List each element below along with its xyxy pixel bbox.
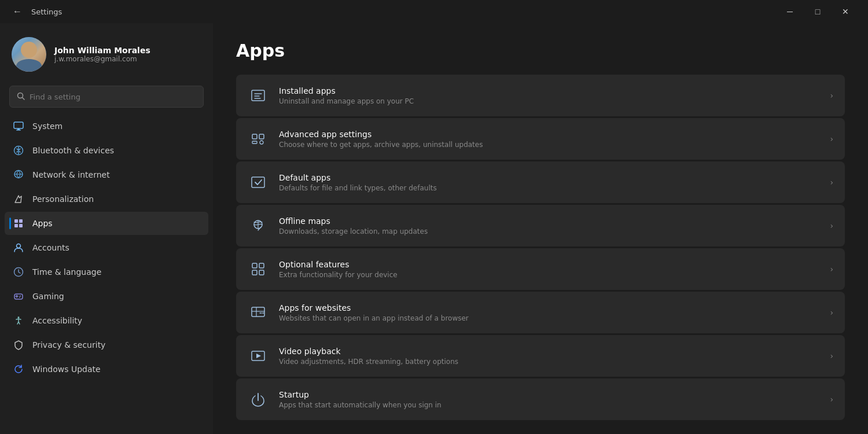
settings-item-video-playback[interactable]: Video playback Video adjustments, HDR st… bbox=[236, 335, 845, 377]
settings-item-advanced-app-settings[interactable]: Advanced app settings Choose where to ge… bbox=[236, 118, 845, 160]
video-playback-chevron: › bbox=[830, 351, 833, 361]
avatar-image bbox=[12, 37, 46, 72]
apps-for-websites-desc: Websites that can open in an app instead… bbox=[279, 314, 830, 322]
optional-features-icon bbox=[248, 259, 269, 279]
settings-item-startup[interactable]: Startup Apps that start automatically wh… bbox=[236, 378, 845, 420]
default-apps-title: Default apps bbox=[279, 173, 830, 182]
svg-rect-31 bbox=[252, 270, 257, 275]
svg-rect-10 bbox=[19, 224, 23, 227]
avatar bbox=[12, 37, 46, 72]
sidebar-item-personalization-label: Personalization bbox=[32, 194, 94, 204]
titlebar-title: Settings bbox=[31, 8, 62, 16]
page-title: Apps bbox=[236, 41, 845, 61]
privacy-icon bbox=[13, 339, 24, 351]
svg-rect-3 bbox=[16, 130, 21, 131]
settings-item-apps-for-websites[interactable]: Apps for websites Websites that can open… bbox=[236, 292, 845, 333]
settings-item-default-apps[interactable]: Default apps Defaults for file and link … bbox=[236, 161, 845, 203]
user-profile[interactable]: John William Morales j.w.morales@gmail.c… bbox=[0, 30, 213, 83]
offline-maps-title: Offline maps bbox=[279, 216, 830, 226]
svg-rect-25 bbox=[252, 141, 257, 144]
advanced-app-settings-icon bbox=[248, 128, 269, 149]
sidebar-item-system[interactable]: System bbox=[5, 115, 208, 138]
sidebar-item-personalization[interactable]: Personalization bbox=[5, 187, 208, 211]
sidebar-item-privacy-label: Privacy & security bbox=[32, 340, 105, 350]
titlebar-left: ← Settings bbox=[9, 5, 62, 18]
sidebar-item-update[interactable]: Windows Update bbox=[5, 358, 208, 381]
optional-features-text: Optional features Extra functionality fo… bbox=[279, 260, 830, 279]
accessibility-icon bbox=[13, 315, 24, 326]
advanced-app-settings-chevron: › bbox=[830, 134, 833, 144]
minimize-button[interactable]: ─ bbox=[777, 2, 803, 21]
optional-features-desc: Extra functionality for your device bbox=[279, 271, 830, 279]
svg-rect-29 bbox=[252, 263, 257, 268]
optional-features-title: Optional features bbox=[279, 260, 830, 269]
installed-apps-icon bbox=[248, 85, 269, 106]
sidebar-item-time[interactable]: Time & language bbox=[5, 260, 208, 284]
user-email: j.w.morales@gmail.com bbox=[54, 55, 150, 63]
sidebar-item-network-label: Network & internet bbox=[32, 170, 110, 179]
maximize-button[interactable]: □ bbox=[804, 2, 831, 21]
sidebar-item-gaming-label: Gaming bbox=[32, 292, 64, 301]
nav-list: System Bluetooth & devices bbox=[0, 115, 213, 382]
svg-rect-9 bbox=[14, 224, 18, 227]
svg-rect-7 bbox=[14, 219, 18, 223]
close-button[interactable]: ✕ bbox=[832, 2, 859, 21]
svg-point-18 bbox=[18, 317, 20, 318]
sidebar-item-bluetooth-label: Bluetooth & devices bbox=[32, 146, 114, 155]
content-area: John William Morales j.w.morales@gmail.c… bbox=[0, 23, 868, 434]
sidebar-item-accessibility-label: Accessibility bbox=[32, 316, 82, 325]
back-button[interactable]: ← bbox=[9, 5, 25, 18]
settings-window: ← Settings ─ □ ✕ John William Morales bbox=[0, 0, 868, 434]
search-placeholder: Find a setting bbox=[30, 93, 80, 101]
sidebar-item-apps-label: Apps bbox=[32, 219, 53, 228]
default-apps-chevron: › bbox=[830, 178, 833, 187]
apps-for-websites-text: Apps for websites Websites that can open… bbox=[279, 303, 830, 322]
main-content: Apps Installed apps Uninstall bbox=[213, 23, 868, 434]
titlebar: ← Settings ─ □ ✕ bbox=[0, 0, 868, 23]
offline-maps-icon bbox=[248, 215, 269, 236]
sidebar-item-accounts[interactable]: Accounts bbox=[5, 236, 208, 259]
sidebar-item-gaming[interactable]: Gaming bbox=[5, 285, 208, 308]
sidebar-item-network[interactable]: Network & internet bbox=[5, 163, 208, 186]
svg-point-17 bbox=[19, 297, 20, 298]
startup-title: Startup bbox=[279, 390, 830, 399]
system-icon bbox=[13, 120, 24, 132]
apps-for-websites-icon bbox=[248, 302, 269, 323]
accounts-icon bbox=[13, 242, 24, 253]
offline-maps-desc: Downloads, storage location, map updates bbox=[279, 227, 830, 236]
search-box[interactable]: Find a setting bbox=[9, 86, 204, 108]
video-playback-icon bbox=[248, 345, 269, 366]
video-playback-text: Video playback Video adjustments, HDR st… bbox=[279, 347, 830, 366]
advanced-app-settings-title: Advanced app settings bbox=[279, 130, 830, 139]
optional-features-chevron: › bbox=[830, 264, 833, 274]
sidebar-item-update-label: Windows Update bbox=[32, 365, 101, 374]
svg-rect-4 bbox=[17, 128, 20, 130]
sidebar-item-system-label: System bbox=[32, 122, 62, 131]
user-info: John William Morales j.w.morales@gmail.c… bbox=[54, 46, 150, 63]
sidebar-item-apps[interactable]: Apps bbox=[5, 212, 208, 235]
settings-item-installed-apps[interactable]: Installed apps Uninstall and manage apps… bbox=[236, 75, 845, 116]
svg-rect-19 bbox=[252, 90, 264, 101]
advanced-app-settings-text: Advanced app settings Choose where to ge… bbox=[279, 130, 830, 149]
sidebar-item-accounts-label: Accounts bbox=[32, 243, 69, 252]
svg-line-1 bbox=[23, 97, 25, 100]
settings-item-offline-maps[interactable]: Offline maps Downloads, storage location… bbox=[236, 205, 845, 247]
user-name: John William Morales bbox=[54, 46, 150, 55]
svg-point-11 bbox=[17, 244, 21, 248]
settings-list: Installed apps Uninstall and manage apps… bbox=[236, 75, 845, 420]
titlebar-controls: ─ □ ✕ bbox=[777, 2, 859, 21]
installed-apps-desc: Uninstall and manage apps on your PC bbox=[279, 97, 830, 105]
default-apps-icon bbox=[248, 172, 269, 193]
svg-point-26 bbox=[260, 141, 263, 144]
sidebar-item-accessibility[interactable]: Accessibility bbox=[5, 309, 208, 332]
svg-rect-23 bbox=[252, 134, 257, 139]
svg-rect-8 bbox=[19, 219, 23, 223]
svg-rect-30 bbox=[259, 263, 264, 268]
svg-rect-27 bbox=[252, 177, 264, 187]
sidebar-item-bluetooth[interactable]: Bluetooth & devices bbox=[5, 139, 208, 162]
sidebar-item-privacy[interactable]: Privacy & security bbox=[5, 333, 208, 356]
settings-item-optional-features[interactable]: Optional features Extra functionality fo… bbox=[236, 248, 845, 290]
startup-text: Startup Apps that start automatically wh… bbox=[279, 390, 830, 409]
apps-for-websites-title: Apps for websites bbox=[279, 303, 830, 312]
svg-point-16 bbox=[20, 296, 21, 297]
